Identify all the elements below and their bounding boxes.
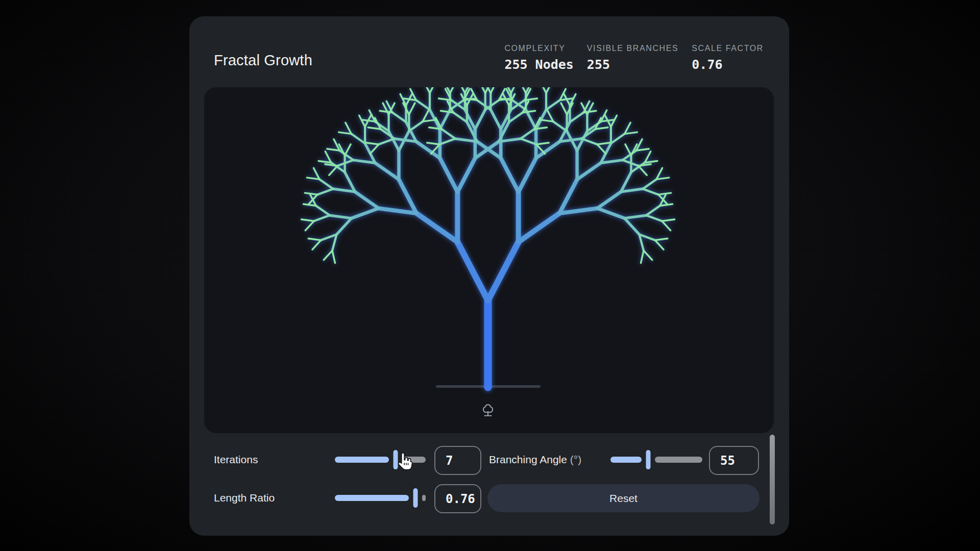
stat-scale-factor: SCALE FACTOR 0.76 [692, 44, 764, 72]
branching-angle-label-text: Branching Angle [489, 454, 567, 465]
branching-angle-slider[interactable] [610, 448, 702, 471]
slider-fill[interactable] [610, 457, 642, 463]
fractal-canvas [204, 87, 774, 433]
slider-fill[interactable] [335, 495, 409, 501]
slider-track[interactable] [402, 457, 426, 463]
length-ratio-value-input[interactable]: 0.76 [434, 484, 481, 513]
tree-icon [479, 402, 497, 419]
slider-fill[interactable] [335, 457, 389, 463]
slider-track[interactable] [422, 495, 426, 501]
length-ratio-slider[interactable] [335, 486, 426, 510]
stat-label: VISIBLE BRANCHES [587, 44, 678, 53]
slider-thumb[interactable] [411, 486, 420, 510]
scrollbar-thumb[interactable] [770, 435, 775, 524]
branching-angle-unit: (°) [570, 454, 581, 465]
stat-complexity: COMPLEXITY 255 Nodes [504, 44, 573, 72]
branching-angle-label: Branching Angle (°) [489, 454, 581, 466]
iterations-slider[interactable] [335, 448, 426, 471]
page-title: Fractal Growth [214, 52, 312, 69]
stat-value: 255 Nodes [504, 57, 573, 72]
iterations-label: Iterations [214, 454, 258, 466]
stats-bar: COMPLEXITY 255 Nodes VISIBLE BRANCHES 25… [504, 44, 764, 72]
stat-label: SCALE FACTOR [692, 44, 764, 53]
branching-angle-value-input[interactable]: 55 [709, 446, 759, 475]
stat-label: COMPLEXITY [504, 44, 573, 53]
stat-value: 0.76 [692, 57, 764, 72]
stat-value: 255 [587, 57, 678, 72]
reset-button[interactable]: Reset [487, 484, 760, 512]
slider-track[interactable] [655, 457, 702, 463]
fractal-tree [204, 87, 774, 433]
fractal-growth-panel: Fractal Growth COMPLEXITY 255 Nodes VISI… [189, 16, 789, 536]
length-ratio-label: Length Ratio [214, 492, 275, 504]
iterations-value-input[interactable]: 7 [434, 446, 481, 475]
stat-visible-branches: VISIBLE BRANCHES 255 [587, 44, 678, 72]
slider-thumb[interactable] [391, 448, 400, 471]
slider-thumb[interactable] [644, 448, 652, 471]
